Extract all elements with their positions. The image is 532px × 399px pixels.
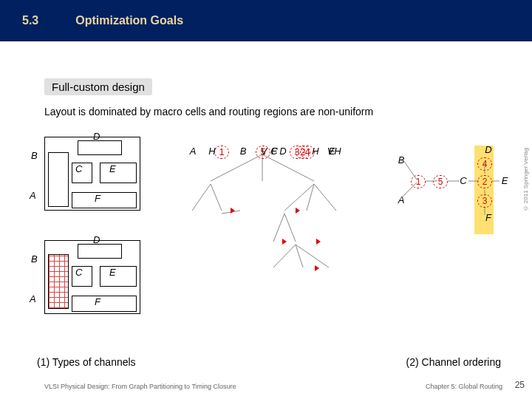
cell-B-2 <box>48 254 69 309</box>
cell-B <box>48 152 69 207</box>
subheading: Full-custom design <box>44 78 152 95</box>
node-C: C <box>266 146 282 157</box>
caption-1: (1) Types of channels <box>37 356 136 368</box>
page-number: 25 <box>515 380 525 390</box>
svg-line-8 <box>314 184 336 211</box>
svg-line-12 <box>296 245 303 267</box>
section-number: 5.3 <box>22 14 38 27</box>
svg-line-13 <box>296 245 329 267</box>
node-2: 2 <box>296 146 310 159</box>
slide-header: 5.3 Optimization Goals <box>0 0 532 41</box>
footer-right: Chapter 5: Global Routing <box>426 383 502 390</box>
label-A2: A <box>30 293 36 304</box>
node-1: 1 <box>214 146 229 159</box>
svg-line-15 <box>400 183 417 199</box>
label-C: C <box>75 163 82 174</box>
label-F2: F <box>95 296 100 307</box>
svg-line-11 <box>273 245 296 267</box>
slide-content: Full-custom design Layout is dominated b… <box>0 41 532 338</box>
layout-box-2 <box>44 240 140 314</box>
label-E2: E <box>109 267 116 278</box>
svg-line-6 <box>284 184 314 211</box>
caption-2: (2) Channel ordering <box>406 356 501 368</box>
svg-line-7 <box>307 184 314 211</box>
svg-line-14 <box>403 160 417 180</box>
arrow-icon <box>316 239 321 245</box>
arrow-icon <box>296 208 300 214</box>
label-D2: D <box>93 234 100 245</box>
label-F: F <box>95 193 100 204</box>
footer-left: VLSI Physical Design: From Graph Partiti… <box>44 383 236 390</box>
cell-E <box>100 163 137 183</box>
node-E: E <box>324 146 340 157</box>
arrow-icon <box>231 208 235 214</box>
cell-F <box>72 192 137 208</box>
channel-graph: V H 5 H A 1 B D 4 H F 3 V C 2 E <box>177 146 355 256</box>
svg-line-10 <box>284 214 296 242</box>
label-E: E <box>109 163 116 174</box>
svg-line-9 <box>273 214 284 242</box>
label-A: A <box>30 190 36 201</box>
cell-E-2 <box>100 266 137 287</box>
ordering-edges <box>381 149 507 237</box>
label-B2: B <box>31 253 38 265</box>
label-C2: C <box>75 267 82 278</box>
svg-line-3 <box>192 184 211 211</box>
svg-line-4 <box>211 184 222 211</box>
label-B: B <box>31 150 38 161</box>
arrow-icon <box>315 265 319 271</box>
cell-D <box>78 140 122 155</box>
node-A: A <box>185 146 201 157</box>
section-title: Optimization Goals <box>75 14 183 27</box>
diagram-area: B D C E A F B D C E A F <box>44 131 517 338</box>
cell-D-2 <box>78 244 122 259</box>
layout-box-1 <box>44 137 140 211</box>
graph-edges <box>177 146 355 271</box>
arrow-icon <box>282 239 287 245</box>
cell-F-2 <box>72 296 137 312</box>
ordering-tree: B D 4 1 5 C 2 E A 3 F <box>381 149 507 267</box>
node-B: B <box>235 146 251 157</box>
copyright: © 2011 Springer Verlag <box>522 148 529 211</box>
body-text: Layout is dominated by macro cells and r… <box>44 106 510 117</box>
label-D: D <box>93 131 100 142</box>
